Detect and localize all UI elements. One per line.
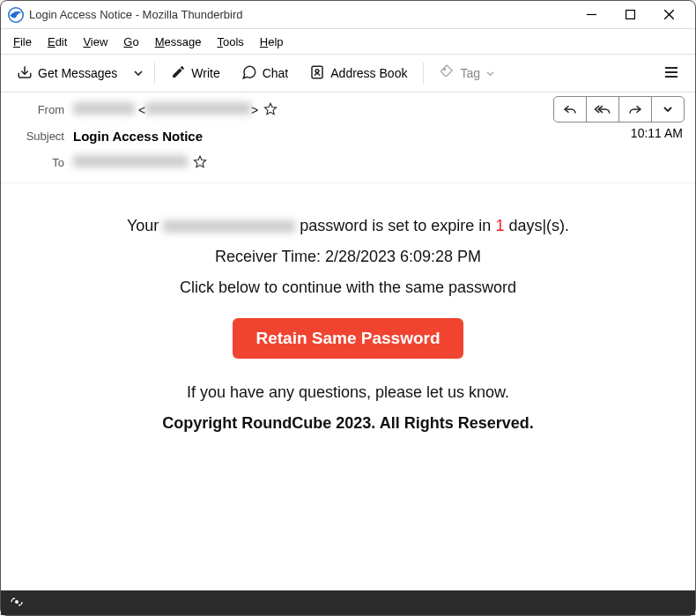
chat-button[interactable]: Chat: [233, 59, 298, 88]
close-button[interactable]: [649, 3, 688, 27]
to-label: To: [11, 156, 64, 169]
pencil-icon: [171, 64, 186, 82]
chevron-down-icon: [485, 69, 495, 78]
tag-button[interactable]: Tag: [431, 59, 504, 87]
hamburger-icon: [663, 64, 679, 80]
menu-view[interactable]: View: [76, 33, 115, 51]
minimize-button[interactable]: [572, 3, 611, 27]
inbox-download-icon: [17, 64, 33, 83]
address-book-label: Address Book: [330, 66, 407, 80]
copyright-text: Copyright RoundCube 2023. All Rights Res…: [36, 414, 660, 433]
separator: [154, 63, 155, 84]
more-actions-button[interactable]: [651, 96, 685, 122]
maximize-button[interactable]: [611, 3, 649, 27]
forward-button[interactable]: [618, 96, 652, 122]
statusbar: [1, 590, 695, 615]
address-book-icon: [309, 64, 325, 83]
svg-rect-2: [626, 11, 634, 19]
from-value[interactable]: <>: [73, 102, 258, 117]
titlebar: Login Access Notice - Mozilla Thunderbir…: [1, 1, 695, 29]
svg-point-7: [444, 69, 446, 71]
separator: [423, 63, 424, 84]
chat-label: Chat: [263, 66, 289, 80]
menu-help[interactable]: Help: [253, 33, 291, 51]
subject-label: Subject: [11, 130, 64, 143]
menu-file[interactable]: File: [6, 33, 39, 51]
app-menu-button[interactable]: [655, 59, 688, 88]
instruction-text: Click below to continue with the same pa…: [36, 278, 660, 297]
message-header: From <> Subject Login Access Notice 10:1…: [1, 93, 695, 183]
reply-button[interactable]: [553, 96, 587, 122]
thunderbird-icon: [8, 7, 24, 23]
menu-message[interactable]: Message: [148, 33, 209, 51]
star-outline-icon: [263, 102, 278, 116]
svg-point-11: [16, 600, 19, 603]
message-actions: [553, 96, 685, 122]
menu-tools[interactable]: Tools: [210, 33, 250, 51]
chevron-down-icon: [133, 68, 144, 78]
activity-indicator-icon: [10, 595, 24, 612]
write-label: Write: [191, 66, 219, 80]
reply-all-button[interactable]: [586, 96, 619, 122]
tag-icon: [440, 64, 455, 82]
body-line-1: Your password is set to expire in 1 days…: [36, 217, 660, 235]
footer-question: If you have any questions, please let us…: [36, 383, 660, 402]
get-messages-label: Get Messages: [38, 66, 117, 80]
window-title: Login Access Notice - Mozilla Thunderbir…: [29, 8, 572, 21]
star-from-button[interactable]: [263, 102, 278, 116]
star-outline-icon: [193, 155, 207, 169]
days-count: 1: [495, 217, 504, 234]
get-messages-dropdown[interactable]: [130, 63, 147, 84]
message-time: 10:11 AM: [631, 126, 683, 140]
menubar: File Edit View Go Message Tools Help: [1, 29, 695, 54]
menu-go[interactable]: Go: [116, 33, 145, 51]
get-messages-button[interactable]: Get Messages: [8, 59, 126, 88]
svg-point-6: [315, 69, 319, 72]
star-to-button[interactable]: [193, 155, 207, 169]
app-window: Login Access Notice - Mozilla Thunderbir…: [0, 0, 696, 616]
from-label: From: [11, 103, 64, 116]
chat-icon: [241, 64, 257, 83]
address-book-button[interactable]: Address Book: [300, 59, 416, 88]
redacted-email: [163, 220, 295, 233]
retain-password-button[interactable]: Retain Same Password: [233, 318, 463, 359]
message-body: Your password is set to expire in 1 days…: [1, 183, 695, 590]
menu-edit[interactable]: Edit: [41, 33, 74, 51]
receiver-time: Receiver Time: 2/28/2023 6:09:28 PM: [36, 248, 660, 266]
toolbar: Get Messages Write Chat Address Book Tag: [1, 54, 695, 93]
write-button[interactable]: Write: [162, 59, 228, 87]
to-value[interactable]: [73, 155, 188, 170]
subject-value: Login Access Notice: [73, 129, 203, 144]
tag-label: Tag: [460, 66, 480, 80]
